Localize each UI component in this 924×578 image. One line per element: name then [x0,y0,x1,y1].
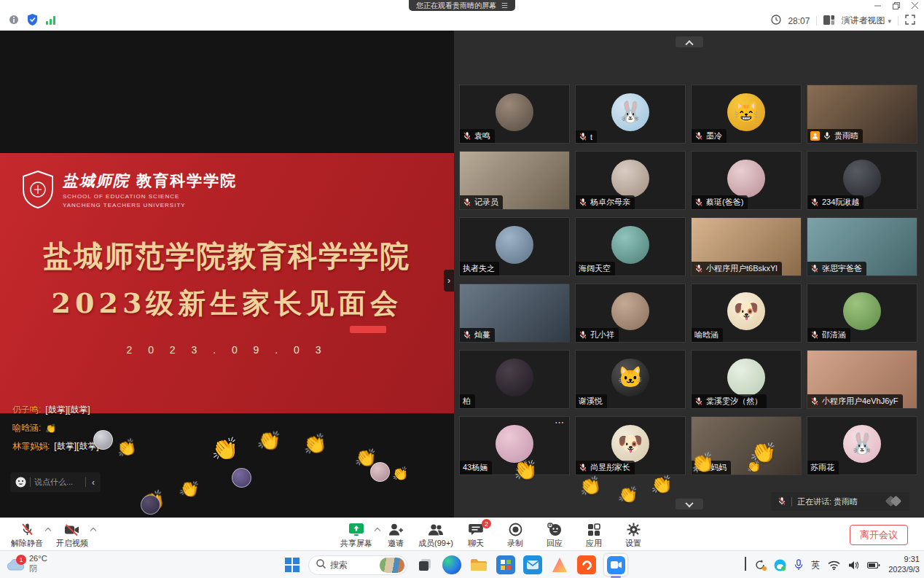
search-highlight-thumbnail[interactable] [380,558,404,573]
participant-name: t [590,133,592,141]
participant-name-pill: 海阔天空 [576,262,615,276]
unmute-button[interactable]: 解除静音 [10,522,44,549]
participant-tile[interactable]: 🐰苏雨花 [807,416,917,475]
participant-name-pill: 小程序用户t6BskxYl [692,262,782,276]
screen-watch-banner[interactable]: 您正在观看贵雨晴的屏幕 ☰ [409,0,515,11]
battery-icon[interactable] [867,561,880,569]
emoji-button[interactable] [10,477,30,488]
participant-tile[interactable]: 贵雨晴 [807,85,917,144]
start-video-button[interactable]: 开启视频 [55,522,89,549]
task-view-icon[interactable] [415,555,434,574]
participant-tile[interactable]: 灿蔓 [459,284,570,343]
chat-button[interactable]: 聊天2 [459,522,493,549]
participant-tile[interactable]: 234阮湫越 [807,151,917,210]
participant-tile[interactable]: 蔡珽(爸爸) [691,151,802,210]
record-button[interactable]: 录制 [498,522,532,549]
participant-tile[interactable]: 杨卓尔母亲 [575,151,686,210]
apps-button[interactable]: 应用 [577,522,611,549]
members-button[interactable]: 成员(99+) [418,522,453,549]
participant-avatar: 🐶 [611,424,649,462]
minimize-button[interactable] [874,2,881,9]
participant-avatar [496,93,533,130]
unmute-label: 解除静音 [11,538,43,549]
leave-meeting-button[interactable]: 离开会议 [850,525,908,545]
participant-name: 邵清涵 [822,329,846,340]
participant-tile[interactable]: 执者失之 [459,217,570,276]
members-icon [428,522,444,537]
participant-avatar: 🐰 [611,93,649,130]
microsoft-store-icon[interactable] [496,555,515,574]
participant-tile[interactable]: 棠溪雯汐（然） [691,350,802,409]
participant-avatar [611,159,649,197]
settings-button[interactable]: 设置 [616,522,650,549]
divider [816,16,817,26]
chat-text: [鼓掌][鼓掌] [54,440,98,453]
mic-tray-icon[interactable] [794,559,803,571]
network-signal-icon[interactable] [46,15,56,28]
participant-tile[interactable]: 孔小祥 [575,284,686,343]
chat-message: 喻晗涵:👏 [12,422,99,434]
participant-name: 墨冷 [706,130,722,141]
fullscreen-icon[interactable] [905,15,915,27]
participant-tile[interactable]: 🐶尚昱彤家长 [575,416,686,475]
tencent-meeting-taskbar-icon[interactable] [604,554,627,576]
taskbar-weather-widget[interactable]: 1 26°C 阴 [6,554,47,574]
invite-button[interactable]: 邀请 [379,522,412,549]
slide-title-line2: 2023级新生家长见面会 [0,285,454,322]
wifi-icon[interactable] [828,561,840,570]
participant-tile[interactable]: 张思宇爸爸 [807,217,917,276]
chat-overlay: 仍子鸣:[鼓掌][鼓掌]喻晗涵:👏林霏妈妈:[鼓掌][鼓掌] [12,404,99,453]
participant-name: 孔小祥 [590,329,614,340]
participant-tile[interactable]: 🐰t [575,85,686,144]
security-shield-icon[interactable] [27,14,38,28]
video-app-icon[interactable] [577,555,596,574]
panel-expand-arrow[interactable]: › [444,270,454,292]
edge-browser-icon[interactable] [442,555,461,574]
participant-tile[interactable]: 小程序用户t6BskxYl [691,217,802,276]
participant-tile[interactable]: 🐶喻晗涵 [691,284,802,343]
record-label: 录制 [507,538,523,549]
participant-tile[interactable]: 海阔天空 [575,217,686,276]
mail-icon[interactable] [523,555,542,574]
meeting-app-window: 您正在观看贵雨晴的屏幕 ☰ 28:07 演讲者视图 ▾ [0,0,924,578]
file-explorer-icon[interactable] [469,555,488,574]
banner-menu-icon[interactable]: ☰ [501,0,508,11]
mic-options-caret[interactable] [45,528,51,534]
collapse-chat-button[interactable]: ‹ [86,477,101,488]
chat-message-input[interactable]: 说点什么... [31,477,85,488]
participant-tile[interactable]: 小程序用户4eVhJ6yF [807,350,917,409]
participant-name: 灿蔓 [474,329,490,340]
collapse-grid-button[interactable] [676,36,703,47]
participant-tile[interactable]: 记录员 [459,151,570,210]
start-button[interactable] [284,557,300,573]
photo-editor-app-icon[interactable] [550,555,569,574]
taskbar-clock[interactable]: 9:31 2023/9/3 [888,555,920,575]
close-button[interactable] [912,2,918,9]
meeting-info-icon[interactable] [9,15,19,28]
participant-tile[interactable]: 邵清涵 [807,284,917,343]
participant-tile[interactable]: 43杨婳👏⋯ [459,416,570,475]
participant-tile[interactable]: 😸墨冷 [691,85,802,144]
chat-icon [469,522,483,537]
participant-tile[interactable]: 柏 [459,350,570,409]
participant-tile[interactable]: 袁鸣 [459,85,570,144]
tile-more-menu[interactable]: ⋯ [555,417,565,428]
invite-label: 邀请 [388,538,404,549]
participant-tile[interactable]: 🐱谢溪悦 [575,350,686,409]
view-mode-selector[interactable]: 演讲者视图 ▾ [841,15,891,27]
update-sync-icon[interactable] [754,559,766,571]
chat-input-bar[interactable]: 说点什么... ‹ [10,472,101,492]
expand-grid-button[interactable] [676,499,703,509]
participant-name: 43杨婳 [463,462,488,473]
tray-expand-icon[interactable] [745,558,746,571]
input-method-indicator[interactable]: 英 [811,559,820,571]
qq-tray-icon[interactable] [774,559,786,571]
meeting-timer: 28:07 [788,16,810,26]
restore-button[interactable] [893,2,900,9]
share-button[interactable]: 共享屏幕 [340,522,373,549]
react-button[interactable]: 回应 [538,522,571,549]
volume-icon[interactable] [848,561,859,570]
participant-tile[interactable]: 蒋钰妈妈👏 [691,416,802,475]
video-options-caret[interactable] [90,528,96,534]
taskbar-search[interactable]: 搜索 [308,555,407,575]
